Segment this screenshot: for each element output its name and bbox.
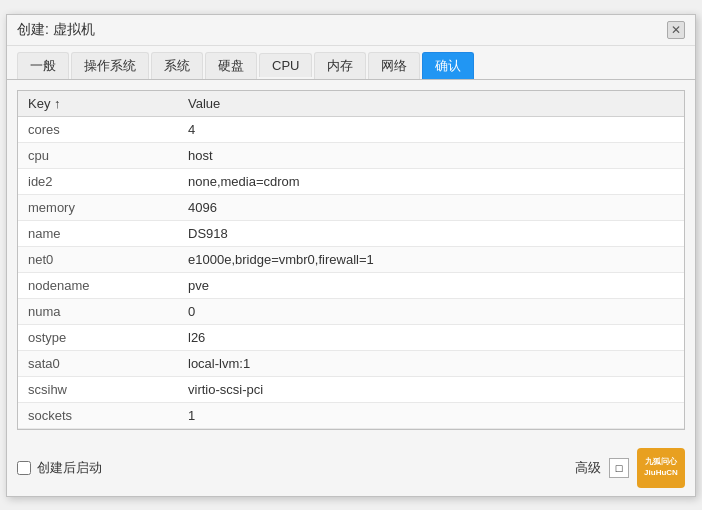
row-value: 100: [178, 428, 684, 430]
table-row: numa0: [18, 298, 684, 324]
tab-网络[interactable]: 网络: [368, 52, 420, 79]
footer-right: 高级 □ 九狐问心JiuHuCN: [575, 448, 685, 488]
table-row: ostypel26: [18, 324, 684, 350]
auto-start-label: 创建后启动: [37, 459, 102, 477]
table-row: sata0local-lvm:1: [18, 350, 684, 376]
row-value: 0: [178, 298, 684, 324]
advanced-btn-icon: □: [616, 462, 623, 474]
table-body: cores4cpuhostide2none,media=cdrommemory4…: [18, 116, 684, 430]
row-value: DS918: [178, 220, 684, 246]
row-value: local-lvm:1: [178, 350, 684, 376]
row-value: 1: [178, 402, 684, 428]
footer: 创建后启动 高级 □ 九狐问心JiuHuCN: [7, 440, 695, 496]
table-row: nameDS918: [18, 220, 684, 246]
tab-一般[interactable]: 一般: [17, 52, 69, 79]
table-row: ide2none,media=cdrom: [18, 168, 684, 194]
tab-bar: 一般操作系统系统硬盘CPU内存网络确认: [7, 46, 695, 80]
table-row: cpuhost: [18, 142, 684, 168]
row-value: e1000e,bridge=vmbr0,firewall=1: [178, 246, 684, 272]
tab-CPU[interactable]: CPU: [259, 53, 312, 77]
row-key: vmid: [18, 428, 178, 430]
advanced-label: 高级: [575, 459, 601, 477]
table-row: scsihwvirtio-scsi-pci: [18, 376, 684, 402]
window-title: 创建: 虚拟机: [17, 21, 95, 39]
row-value: none,media=cdrom: [178, 168, 684, 194]
row-value: pve: [178, 272, 684, 298]
row-value: virtio-scsi-pci: [178, 376, 684, 402]
col-key-header: Key ↑: [18, 91, 178, 117]
tab-操作系统[interactable]: 操作系统: [71, 52, 149, 79]
table-row: nodenamepve: [18, 272, 684, 298]
table-row: cores4: [18, 116, 684, 142]
row-key: ide2: [18, 168, 178, 194]
summary-table: Key ↑ Value cores4cpuhostide2none,media=…: [18, 91, 684, 430]
auto-start-checkbox[interactable]: [17, 461, 31, 475]
row-key: memory: [18, 194, 178, 220]
row-key: scsihw: [18, 376, 178, 402]
tab-硬盘[interactable]: 硬盘: [205, 52, 257, 79]
row-key: net0: [18, 246, 178, 272]
auto-start-area: 创建后启动: [17, 459, 102, 477]
col-value-header: Value: [178, 91, 684, 117]
summary-table-container: Key ↑ Value cores4cpuhostide2none,media=…: [17, 90, 685, 430]
logo: 九狐问心JiuHuCN: [637, 448, 685, 488]
advanced-button[interactable]: □: [609, 458, 629, 478]
tab-内存[interactable]: 内存: [314, 52, 366, 79]
logo-text: 九狐问心JiuHuCN: [644, 457, 678, 478]
table-header-row: Key ↑ Value: [18, 91, 684, 117]
row-key: numa: [18, 298, 178, 324]
row-value: 4096: [178, 194, 684, 220]
title-bar: 创建: 虚拟机 ✕: [7, 15, 695, 46]
row-key: ostype: [18, 324, 178, 350]
table-row: net0e1000e,bridge=vmbr0,firewall=1: [18, 246, 684, 272]
close-button[interactable]: ✕: [667, 21, 685, 39]
row-value: l26: [178, 324, 684, 350]
row-key: sockets: [18, 402, 178, 428]
table-row: vmid100: [18, 428, 684, 430]
row-key: nodename: [18, 272, 178, 298]
main-window: 创建: 虚拟机 ✕ 一般操作系统系统硬盘CPU内存网络确认 Key ↑ Valu…: [6, 14, 696, 497]
table-row: memory4096: [18, 194, 684, 220]
row-key: name: [18, 220, 178, 246]
table-row: sockets1: [18, 402, 684, 428]
row-value: 4: [178, 116, 684, 142]
row-key: cores: [18, 116, 178, 142]
tab-系统[interactable]: 系统: [151, 52, 203, 79]
row-key: sata0: [18, 350, 178, 376]
row-key: cpu: [18, 142, 178, 168]
row-value: host: [178, 142, 684, 168]
tab-确认[interactable]: 确认: [422, 52, 474, 79]
main-content: Key ↑ Value cores4cpuhostide2none,media=…: [7, 80, 695, 440]
